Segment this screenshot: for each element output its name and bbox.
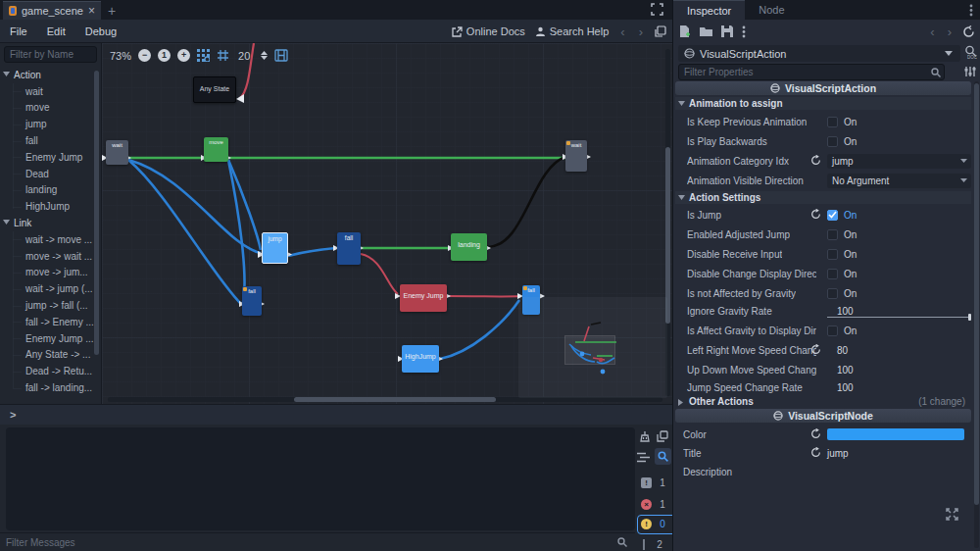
tree-item[interactable]: fall — [0, 132, 94, 149]
menu-file[interactable]: File — [0, 25, 37, 37]
category-visualscriptnode[interactable]: VisualScriptNode — [675, 409, 971, 423]
panel-menu-icon[interactable] — [969, 4, 973, 17]
slider-track[interactable] — [827, 317, 971, 318]
zoom-in-button[interactable]: + — [177, 49, 190, 62]
graph-node-wait-2[interactable]: wait — [565, 140, 587, 172]
revert-icon[interactable] — [810, 447, 821, 458]
tree-item[interactable]: fall -> Enemy ... — [0, 314, 94, 330]
property-tools-icon[interactable] — [964, 66, 976, 77]
filter-messages-input[interactable] — [0, 532, 635, 551]
graph-node-landing[interactable]: landing — [451, 233, 487, 261]
tree-item[interactable]: move -> wait ... — [0, 248, 94, 265]
log-count-row[interactable]: ! 1 — [641, 477, 667, 488]
copy-icon[interactable] — [657, 430, 668, 442]
checkbox[interactable] — [827, 269, 838, 279]
state-graph-editor[interactable]: 73% − 1 + 20 — [102, 43, 672, 404]
checkbox[interactable] — [827, 117, 838, 127]
resource-picker[interactable]: VisualScriptAction — [678, 45, 960, 62]
resource-menu-icon[interactable] — [742, 25, 746, 38]
revert-icon[interactable] — [810, 344, 821, 355]
number-field[interactable]: 100 — [837, 306, 854, 317]
tree-item[interactable]: Enemy Jump — [0, 149, 94, 166]
number-field[interactable]: 80 — [837, 345, 848, 356]
tree-item[interactable]: jump — [0, 116, 94, 132]
graph-node-jump-selected[interactable]: jump — [262, 232, 288, 264]
graph-node-fall[interactable]: fall — [337, 232, 361, 265]
script-panel-icon[interactable] — [655, 25, 666, 37]
graph-node-move[interactable]: move — [204, 137, 228, 162]
output-console[interactable] — [6, 427, 635, 530]
tree-item[interactable]: landing — [0, 182, 94, 199]
open-docs-icon[interactable]: DOC — [964, 45, 977, 59]
checkbox[interactable] — [827, 326, 838, 336]
tree-item[interactable]: Dead -> Retu... — [0, 363, 94, 379]
distraction-free-icon[interactable] — [651, 3, 663, 16]
error-count-row[interactable]: × 1 — [641, 499, 667, 510]
clear-output-icon[interactable] — [639, 430, 651, 442]
snap-toggle-icon[interactable] — [197, 49, 210, 62]
history-back-icon[interactable]: ‹ — [618, 25, 626, 39]
tree-group-link[interactable]: Link — [0, 215, 94, 231]
tree-item[interactable]: wait -> move ... — [0, 231, 94, 248]
tree-item[interactable]: Dead — [0, 166, 94, 182]
search-help-button[interactable]: Search Help — [535, 25, 610, 37]
section-animation-to-assign[interactable]: Animation to assign — [675, 97, 971, 110]
tree-item[interactable]: Any State -> ... — [0, 347, 94, 364]
filter-properties-input[interactable] — [678, 64, 945, 80]
tree-item[interactable]: HighJump — [0, 198, 94, 215]
tree-item[interactable]: Enemy Jump ... — [0, 330, 94, 347]
number-field[interactable]: 100 — [837, 365, 854, 376]
revert-icon[interactable] — [810, 209, 821, 220]
tab-inspector[interactable]: Inspector — [673, 0, 745, 20]
revert-icon[interactable] — [810, 155, 821, 166]
zoom-reset-button[interactable]: 1 — [158, 49, 171, 62]
menu-debug[interactable]: Debug — [75, 25, 126, 37]
save-resource-icon[interactable] — [721, 25, 733, 37]
menu-edit[interactable]: Edit — [37, 25, 75, 37]
zoom-out-button[interactable]: − — [138, 49, 151, 62]
slider-grabber[interactable] — [968, 314, 971, 321]
checkbox-checked[interactable] — [827, 210, 838, 221]
section-action-settings[interactable]: Action Settings — [675, 191, 971, 204]
tree-scrollbar[interactable] — [94, 71, 99, 355]
tree-item[interactable]: jump -> fall (... — [0, 297, 94, 314]
description-textarea[interactable] — [681, 476, 965, 543]
filter-by-name-input[interactable] — [4, 46, 97, 63]
checkbox[interactable] — [827, 288, 838, 299]
search-output-icon[interactable] — [655, 448, 671, 465]
snap-distance-value[interactable]: 20 — [238, 50, 250, 62]
expression-prompt-bar[interactable]: > — [0, 404, 672, 425]
checkbox[interactable] — [827, 229, 838, 240]
close-icon[interactable]: × — [88, 5, 95, 17]
graph-node-enemy-jump[interactable]: Enemy Jump — [400, 284, 447, 312]
inspector-scrollbar-thumb[interactable] — [974, 83, 979, 505]
tree-group-action[interactable]: Action — [0, 67, 94, 83]
category-visualscriptaction[interactable]: VisualScriptAction — [675, 81, 971, 95]
snap-spinner[interactable] — [261, 51, 268, 60]
checkbox[interactable] — [827, 249, 838, 260]
layout-icon[interactable] — [274, 49, 288, 62]
graph-node-fall-2[interactable]: fall — [242, 286, 262, 316]
collapse-messages-icon[interactable] — [637, 452, 650, 463]
section-other-actions[interactable]: Other Actions (1 change) — [675, 395, 971, 408]
tree-item[interactable]: move — [0, 100, 94, 117]
number-field[interactable]: 100 — [837, 382, 854, 393]
load-resource-icon[interactable] — [700, 26, 712, 37]
anim-category-dropdown[interactable]: jump — [827, 154, 971, 169]
tree-item[interactable]: move -> jum... — [0, 265, 94, 281]
graph-node-highjump[interactable]: HighJump — [402, 345, 439, 373]
anim-visible-direction-dropdown[interactable]: No Argument — [827, 174, 971, 188]
online-docs-button[interactable]: Online Docs — [452, 25, 525, 37]
graph-node-wait[interactable]: wait — [106, 140, 128, 165]
grid-config-icon[interactable] — [217, 49, 229, 62]
graph-minimap[interactable] — [518, 297, 667, 398]
history-back-icon[interactable]: ‹ — [928, 25, 936, 39]
tree-item[interactable]: wait — [0, 83, 94, 100]
history-forward-icon[interactable]: › — [637, 25, 645, 39]
new-tab-button[interactable]: + — [108, 3, 116, 19]
new-resource-icon[interactable] — [679, 25, 691, 38]
tab-node[interactable]: Node — [745, 0, 798, 20]
tree-item[interactable]: fall -> landing... — [0, 379, 94, 396]
warning-count-row[interactable]: ! 0 — [641, 519, 667, 529]
revert-icon[interactable] — [810, 428, 821, 439]
